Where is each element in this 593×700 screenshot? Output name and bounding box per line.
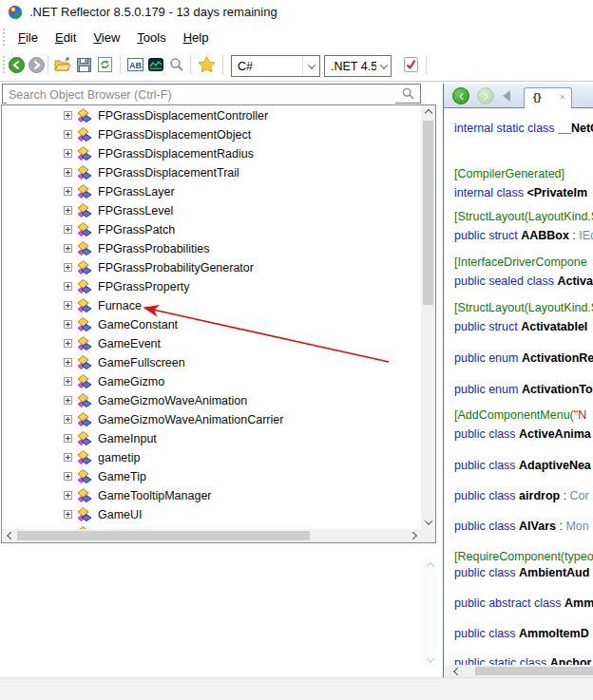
save-button[interactable] [73,54,94,75]
expand-plus-icon[interactable] [64,377,72,386]
bottom-panel-scrollbar[interactable] [423,558,437,667]
class-icon [77,241,92,256]
code-segment-attr: [CompilerGenerated] [454,167,564,180]
search-toolbar-button[interactable] [166,54,187,75]
scroll-down-button[interactable] [421,515,435,529]
tree-item-FPGrassDisplacementTrail[interactable]: FPGrassDisplacementTrail [2,163,421,182]
class-icon [77,336,92,351]
scroll-left-button[interactable] [449,665,463,677]
expand-plus-icon[interactable] [64,187,72,196]
code-line: public struct ActivatableI [454,319,587,334]
menu-item-view[interactable]: View [85,28,128,47]
tree-horizontal-scrollbar[interactable] [2,529,421,542]
scroll-up-button[interactable] [423,558,437,573]
tree-vertical-scrollbar[interactable] [421,105,435,529]
code-tab[interactable]: {} × [524,87,572,108]
tab-close-icon[interactable]: × [560,91,565,104]
class-icon [77,450,92,465]
expand-plus-icon[interactable] [64,491,72,500]
code-back-button[interactable] [452,87,469,104]
scrollbar-thumb[interactable] [475,667,593,675]
search-input[interactable] [7,85,395,104]
expand-plus-icon[interactable] [64,111,72,120]
menu-item-help[interactable]: Help [175,28,218,47]
tree-item-FPGrassProperty[interactable]: FPGrassProperty [2,277,421,296]
expand-plus-icon[interactable] [64,453,72,462]
tree-item-GameTooltipManager[interactable]: GameTooltipManager [2,486,421,505]
expand-plus-icon[interactable] [64,396,72,405]
tree-item-Furnace[interactable]: Furnace [2,296,421,315]
expand-plus-icon[interactable] [64,358,72,367]
tree-item-FPGrassLevel[interactable]: FPGrassLevel [2,201,421,220]
tree-item-GameGizmoWaveAnimation[interactable]: GameGizmoWaveAnimation [2,391,421,410]
tree-item-FPGrassDisplacementObject[interactable]: FPGrassDisplacementObject [2,125,421,144]
tree-item-FPGrassDisplacementRadius[interactable]: FPGrassDisplacementRadius [2,144,421,163]
tree-item-GameInput[interactable]: GameInput [2,429,421,448]
refresh-button[interactable] [94,54,115,75]
tree-item-FPGrassProbabilityGenerator[interactable]: FPGrassProbabilityGenerator [2,258,421,277]
scroll-left-button[interactable] [2,529,16,542]
tree-item-GameGizmoWaveAnimationCarrier[interactable]: GameGizmoWaveAnimationCarrier [2,410,421,429]
language-combobox[interactable]: C# [231,55,320,77]
scrollbar-thumb[interactable] [423,121,433,305]
scroll-down-button[interactable] [423,653,437,667]
menu-item-edit[interactable]: Edit [47,28,85,47]
favorites-button[interactable] [196,54,217,75]
code-segment-attr: [InterfaceDriverCompone [454,255,587,269]
expand-plus-icon[interactable] [64,168,72,177]
scroll-up-button[interactable] [421,105,435,120]
toolbar-gripper[interactable] [3,56,5,73]
verify-button[interactable] [400,54,421,75]
expand-plus-icon[interactable] [64,510,72,519]
tree-item-FPGrassDisplacementController[interactable]: FPGrassDisplacementController [2,106,421,125]
code-line: public sealed class Activa [454,274,593,289]
expand-plus-icon[interactable] [64,206,72,215]
tree-item-GameEvent[interactable]: GameEvent [2,334,421,353]
tree-item-GameUI[interactable]: GameUI [2,505,421,524]
forward-button[interactable] [26,54,47,75]
expand-plus-icon[interactable] [64,415,72,424]
expand-plus-icon[interactable] [64,225,72,234]
tree-item-GameFullscreen[interactable]: GameFullscreen [2,353,421,372]
code-line: [RequireComponent(typeo [454,549,593,564]
expand-plus-icon[interactable] [64,320,72,329]
expand-plus-icon[interactable] [64,301,72,310]
open-assembly-button[interactable] [52,54,73,75]
scrollbar-corner [421,529,435,542]
menu-item-file[interactable]: File [10,28,47,47]
tree-item-gametip[interactable]: gametip [2,448,421,467]
framework-combobox[interactable]: .NET 4.5 [324,55,392,77]
tree-item-label: GameConstant [98,318,178,332]
tree-item-GameTip[interactable]: GameTip [2,467,421,486]
name-display-button[interactable]: AB [124,54,145,75]
expand-plus-icon[interactable] [64,472,72,481]
menubar-gripper[interactable] [3,28,5,46]
back-button[interactable] [6,54,27,75]
expand-plus-icon[interactable] [64,339,72,348]
il-view-button[interactable] [145,54,166,75]
code-line: [AddComponentMenu("N [454,407,586,423]
expand-plus-icon[interactable] [64,282,72,291]
tree-item-GameConstant[interactable]: GameConstant [2,315,421,334]
tree-item-FPGrassLayer[interactable]: FPGrassLayer [2,182,421,201]
framework-combobox-dropdown[interactable] [376,56,391,76]
tree-item-FPGrassPatch[interactable]: FPGrassPatch [2,220,421,239]
scroll-right-button[interactable] [407,529,421,542]
chevron-left-icon [453,667,461,674]
expand-plus-icon[interactable] [64,263,72,272]
code-forward-button[interactable] [477,87,494,104]
language-combobox-dropdown[interactable] [302,56,319,76]
expand-plus-icon[interactable] [64,149,72,158]
tab-scroll-left-button[interactable] [503,90,510,102]
menu-item-tools[interactable]: Tools [128,28,174,47]
tree-item-FPGrassProbabilities[interactable]: FPGrassProbabilities [2,239,421,258]
expand-plus-icon[interactable] [64,434,72,443]
code-horizontal-scrollbar[interactable] [444,665,593,677]
menu-bar: FileEditViewToolsHelp [0,25,593,49]
tree-item-label: GameEvent [98,337,161,351]
scrollbar-thumb[interactable] [17,531,310,540]
expand-plus-icon[interactable] [64,244,72,253]
tree-item-GameGizmo[interactable]: GameGizmo [2,372,421,391]
expand-plus-icon[interactable] [64,130,72,139]
app-logo-icon [8,5,23,20]
